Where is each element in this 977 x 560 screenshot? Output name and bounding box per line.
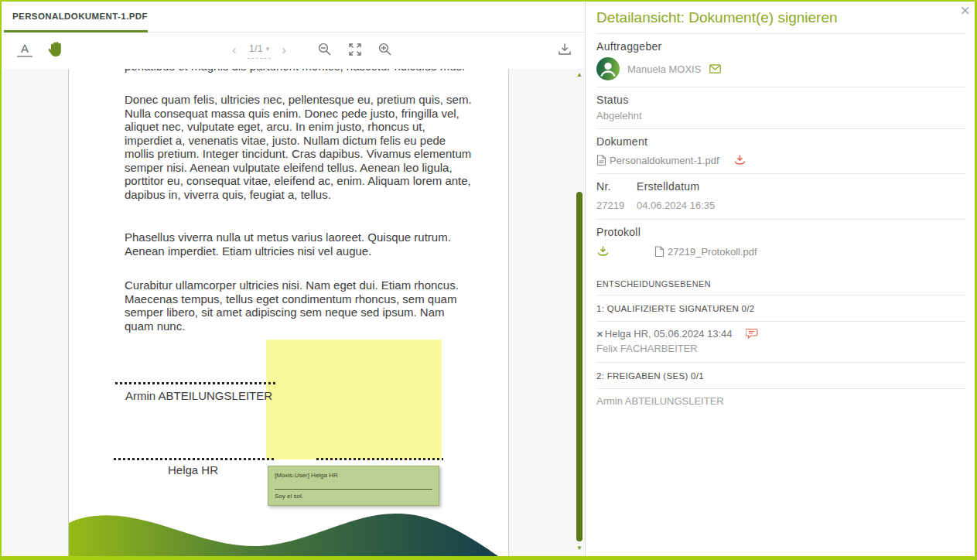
level-1-entry: × Helga HR, 05.06.2024 13:44 Felix FACHA…: [596, 322, 965, 363]
section-status: Status Abgelehnt: [596, 87, 965, 129]
scroll-up-icon[interactable]: ▲: [576, 71, 582, 78]
erstelldatum-label: Erstelldatum: [637, 174, 965, 193]
section-dokument: Dokument Personaldokument-1.pdf: [596, 129, 965, 174]
status-badge: Abgelehnt: [596, 110, 965, 121]
signature-dotted-line: [115, 382, 275, 384]
page-indicator-dropdown[interactable]: 1/1 ▾: [248, 41, 272, 59]
close-icon[interactable]: ×: [960, 2, 970, 20]
signer-name-date: Helga HR, 05.06.2024 13:44: [605, 328, 733, 340]
auftraggeber-label: Auftraggeber: [596, 34, 965, 53]
scroll-down-icon[interactable]: ▼: [576, 545, 582, 551]
document-paragraph: Curabitur ullamcorper ultricies nisi. Na…: [125, 278, 473, 333]
moxis-document-window: PERSONALDOKUMENT-1.PDF A ‹ 1/1 ▾ ›: [0, 0, 977, 560]
detail-panel: × Detailansicht: Dokument(e) signieren A…: [586, 2, 975, 556]
erstelldatum-value: 04.06.2024 16:35: [637, 193, 965, 219]
pdf-file-icon: [654, 246, 664, 258]
download-document-icon[interactable]: [557, 42, 572, 57]
protokoll-filename-link[interactable]: 27219_Protokoll.pdf: [668, 246, 757, 258]
avatar: [596, 57, 620, 80]
section-auftraggeber: Auftraggeber Manuela MOXIS: [596, 34, 965, 87]
status-label: Status: [596, 87, 965, 106]
approver-name: Armin ABTEILUNGSLEITER: [596, 395, 965, 407]
level-2-entry: Armin ABTEILUNGSLEITER: [596, 389, 965, 415]
signature-dotted-line: [114, 458, 275, 460]
next-page-icon[interactable]: ›: [282, 43, 286, 58]
comment-bubble-icon[interactable]: [746, 328, 758, 340]
stamp-user-line: [Moxis-User] Helga HR: [275, 472, 338, 479]
zoom-in-icon[interactable]: [377, 42, 393, 57]
zoom-controls: [317, 42, 393, 57]
document-paragraph: Phasellus viverra nulla ut metus varius …: [125, 230, 473, 258]
signer-role: Felix FACHARBEITER: [596, 343, 965, 354]
stamp-comment-line: Soy el sol.: [275, 493, 303, 500]
hand-pan-tool-icon[interactable]: [46, 39, 66, 61]
text-annotation-tool-icon[interactable]: A: [17, 42, 32, 57]
document-tab-bar: PERSONALDOKUMENT-1.PDF: [2, 2, 585, 32]
auftraggeber-name: Manuela MOXIS: [627, 63, 701, 75]
page-navigation: ‹ 1/1 ▾ ›: [232, 41, 286, 59]
panel-title: Detailansicht: Dokument(e) signieren: [596, 2, 965, 34]
pdf-file-icon: [596, 155, 606, 166]
nr-value: 27219: [596, 193, 637, 219]
entscheidungsebenen-label: ENTSCHEIDUNGSEBENEN: [596, 279, 965, 295]
scrollbar-thumb[interactable]: [576, 192, 582, 541]
document-paragraph: Donec quam felis, ultricies nec, pellent…: [125, 93, 473, 201]
signature-label-armin: Armin ABTEILUNGSLEITER: [125, 389, 272, 402]
footer-wave-graphic: [69, 504, 508, 556]
signature-stamp: [Moxis-User] Helga HR Soy el sol.: [268, 466, 439, 506]
signature-label-helga: Helga HR: [168, 463, 218, 476]
level-1-header: 1: QUALIFIZIERTE SIGNATUREN 0/2: [596, 295, 965, 322]
pdf-viewer: PERSONALDOKUMENT-1.PDF A ‹ 1/1 ▾ ›: [2, 2, 585, 556]
dokument-label: Dokument: [596, 129, 965, 148]
signature-dotted-line: [316, 458, 443, 460]
download-protokoll-icon[interactable]: [596, 245, 610, 258]
pdf-page: penatibus et magnis dis parturient monte…: [68, 69, 509, 556]
dokument-filename-link[interactable]: Personaldokument-1.pdf: [610, 155, 719, 166]
zoom-out-icon[interactable]: [317, 42, 333, 57]
nr-label: Nr.: [596, 174, 637, 193]
envelope-icon[interactable]: [709, 64, 721, 73]
chevron-down-icon: ▾: [266, 44, 270, 54]
tab-personaldokument[interactable]: PERSONALDOKUMENT-1.PDF: [12, 12, 148, 21]
document-text-clipped: penatibus et magnis dis parturient monte…: [125, 69, 473, 72]
stamp-divider: [275, 489, 432, 490]
protokoll-label: Protokoll: [596, 220, 965, 238]
fullscreen-icon[interactable]: [347, 42, 363, 57]
person-icon: [596, 57, 620, 80]
download-dokument-icon[interactable]: [733, 154, 746, 166]
previous-page-icon[interactable]: ‹: [232, 43, 237, 58]
signature-placeholder-field[interactable]: [266, 340, 442, 459]
rejected-x-icon: ×: [596, 329, 603, 340]
viewer-toolbar: A ‹ 1/1 ▾ ›: [2, 32, 585, 69]
section-protokoll: Protokoll 27219_Protokoll.pdf: [596, 220, 965, 258]
pdf-scroll-area: penatibus et magnis dis parturient monte…: [2, 69, 585, 556]
page-indicator: 1/1: [249, 43, 263, 54]
level-2-header: 2: FREIGABEN (SES) 0/1: [596, 363, 965, 389]
section-nr-erstelldatum: Nr. Erstelldatum 27219 04.06.2024 16:35: [596, 174, 965, 220]
